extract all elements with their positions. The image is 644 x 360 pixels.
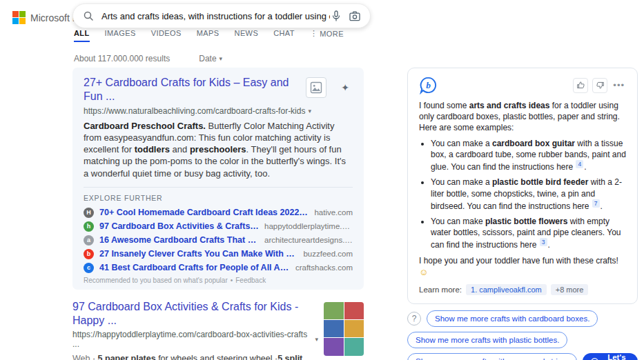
chat-bullet: You can make a cardboard box guitar with…	[431, 138, 626, 172]
citation-link[interactable]: 7	[592, 199, 600, 208]
tab-chat[interactable]: CHAT	[273, 29, 295, 41]
citation-link[interactable]: 4	[576, 160, 583, 168]
explore-domain: craftshacks.com	[295, 263, 353, 272]
explore-link[interactable]: 16 Awesome Cardboard Crafts That Everyon…	[99, 235, 259, 245]
microsoft-logo-icon	[12, 11, 26, 24]
search-input[interactable]	[100, 10, 331, 22]
tab-images[interactable]: IMAGES	[105, 29, 136, 41]
explore-domain: buzzfeed.com	[303, 250, 353, 258]
explore-item: h 97 Cardboard Box Activities & Crafts f…	[84, 221, 353, 232]
search-bar[interactable]	[72, 3, 371, 28]
date-filter-dropdown[interactable]: Date ▾	[199, 54, 222, 63]
thumbs-down-button[interactable]	[592, 78, 607, 93]
bing-chat-icon: b	[419, 76, 438, 94]
explore-domain: architectureartdesigns.c...	[264, 236, 353, 244]
visual-search-icon[interactable]	[349, 11, 360, 21]
site-favicon-icon: H	[84, 208, 94, 218]
more-dots-icon: ⋮	[310, 29, 318, 38]
chevron-down-icon[interactable]: ▾	[308, 108, 311, 114]
lets-chat-button[interactable]: Let's chat	[583, 353, 638, 360]
chat-bullet: You can make plastic bottle flowers with…	[431, 216, 626, 250]
site-favicon-icon: c	[84, 263, 94, 273]
explore-link[interactable]: 41 Best Cardboard Crafts for People of A…	[99, 263, 290, 272]
bullet-separator: •	[231, 277, 233, 284]
explore-further-heading: EXPLORE FURTHER	[84, 194, 353, 202]
results-count: About 117.000.000 results	[74, 54, 170, 63]
chevron-down-icon[interactable]: ▾	[315, 336, 318, 343]
explore-item: c 41 Best Cardboard Crafts for People of…	[84, 263, 353, 273]
result2-url[interactable]: https://happytoddlerplaytime.com/cardboa…	[72, 330, 318, 349]
chat-bullet: You can make a plastic bottle bird feede…	[431, 177, 626, 211]
explore-link[interactable]: 70+ Cool Homemade Cardboard Craft Ideas …	[99, 208, 309, 217]
result2-snippet: Web · 5 paper plates for wheels and stee…	[72, 353, 318, 360]
learn-more-row: Learn more: 1. campliveoakfl.com +8 more	[419, 284, 626, 295]
result-card-1: 27+ Cardboard Crafts for Kids – Easy and…	[72, 68, 364, 290]
suggestion-chip-1[interactable]: Show me more crafts with cardboard boxes…	[427, 310, 598, 327]
header: Microsoft Bing ALL IMAGES VIDEOS MAPS NE…	[0, 0, 644, 44]
chat-answer-panel: b ••• I found some arts and crafts ideas…	[407, 68, 638, 304]
search-tabs: ALL IMAGES VIDEOS MAPS NEWS CHAT ⋮ MORE	[74, 29, 344, 44]
result2-title-link[interactable]: 97 Cardboard Box Activities & Crafts for…	[72, 300, 318, 328]
search-icon	[83, 10, 94, 21]
suggestion-chip-2[interactable]: Show me more crafts with plastic bottles…	[407, 332, 567, 348]
tab-more[interactable]: ⋮ MORE	[310, 29, 344, 41]
tab-videos[interactable]: VIDEOS	[151, 29, 182, 41]
explore-link[interactable]: 97 Cardboard Box Activities & Crafts for…	[99, 221, 259, 231]
tab-all[interactable]: ALL	[74, 29, 90, 42]
result1-snippet: Cardboard Preschool Crafts. Butterfly Co…	[84, 120, 353, 179]
thumbs-up-button[interactable]	[573, 78, 588, 93]
explore-domain: hative.com	[314, 208, 353, 217]
chat-closing: I hope you and your toddler have fun wit…	[419, 255, 626, 278]
smiley-emoji-icon: ☺	[419, 267, 428, 277]
chat-bubble-icon	[590, 357, 599, 360]
site-favicon-icon: b	[84, 249, 94, 259]
chat-answer-column: b ••• I found some arts and crafts ideas…	[407, 68, 638, 360]
site-favicon-icon: a	[84, 235, 94, 246]
tab-news[interactable]: NEWS	[235, 29, 259, 41]
result-card-2: 97 Cardboard Box Activities & Crafts for…	[72, 300, 364, 360]
explore-footer: Recommended to you based on what's popul…	[84, 277, 353, 284]
sparkle-ai-icon[interactable]: ✦	[336, 79, 354, 97]
learn-more-source-link[interactable]: 1. campliveoakfl.com	[466, 284, 547, 295]
results-meta: About 117.000.000 results Date ▾	[74, 54, 222, 63]
chat-intro: I found some arts and crafts ideas for a…	[419, 100, 626, 133]
help-question-icon[interactable]: ?	[407, 312, 421, 326]
tab-maps[interactable]: MAPS	[197, 29, 219, 41]
chat-bullet-list: You can make a cardboard box guitar with…	[419, 138, 626, 250]
learn-more-expand-link[interactable]: +8 more	[551, 284, 589, 295]
explore-item: H 70+ Cool Homemade Cardboard Craft Idea…	[84, 208, 353, 218]
results-column: 27+ Cardboard Crafts for Kids – Easy and…	[72, 68, 364, 360]
explore-item: b 27 Insanely Clever Crafts You Can Make…	[84, 249, 353, 259]
result2-thumbnail-image[interactable]	[324, 302, 364, 356]
svg-text:b: b	[426, 80, 431, 90]
microphone-icon[interactable]	[331, 10, 341, 21]
result-image-preview-button[interactable]	[306, 77, 326, 98]
explore-domain: happytoddlerplaytime.com	[264, 222, 353, 230]
learn-more-label: Learn more:	[419, 286, 462, 294]
explore-further-section: EXPLORE FURTHER H 70+ Cool Homemade Card…	[84, 187, 353, 284]
explore-item: a 16 Awesome Cardboard Crafts That Every…	[84, 235, 353, 246]
suggestion-chip-3[interactable]: Show me more crafts with paper and strin…	[407, 353, 577, 360]
citation-link[interactable]: 3	[540, 238, 547, 246]
chevron-down-icon: ▾	[219, 55, 223, 62]
result1-title-link[interactable]: 27+ Cardboard Crafts for Kids – Easy and…	[84, 76, 308, 103]
explore-link[interactable]: 27 Insanely Clever Crafts You Can Make W…	[99, 249, 297, 259]
feedback-link[interactable]: Feedback	[235, 277, 266, 284]
result1-url[interactable]: https://www.naturalbeachliving.com/cardb…	[84, 106, 353, 116]
chat-suggestions: ? Show me more crafts with cardboard box…	[407, 310, 638, 360]
site-favicon-icon: h	[84, 221, 94, 232]
more-options-icon[interactable]: •••	[612, 80, 626, 90]
